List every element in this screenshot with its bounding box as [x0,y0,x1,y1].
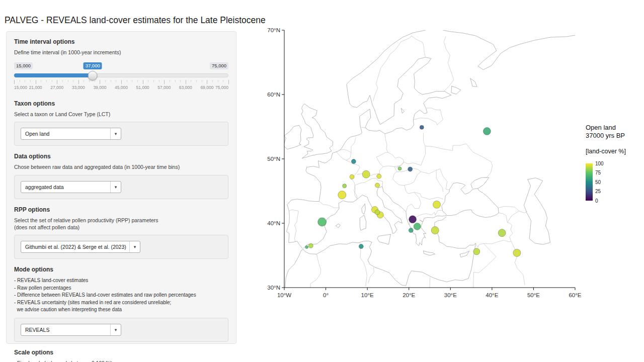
mode-select[interactable]: REVEALS ▾ [21,324,121,336]
slider-grid-tick [164,80,165,84]
land-cover-map: 30°N40°N50°N60°N70°N10°W0°10°E20°E30°E40… [262,25,594,307]
slider-grid: 15,00021,00027,00033,00039,00045,00051,0… [14,80,228,93]
site-point [305,245,308,248]
y-tick-label: 40°N [267,220,280,226]
rpp-select-value: Githumbi et al. (2022) & Serge et al. (2… [21,244,126,250]
country-border [362,127,367,128]
slider-grid-tick [84,80,84,82]
coastline [470,78,477,87]
mode-option-line: - Difference between REVEALS land-cover … [14,292,228,299]
site-point [498,229,506,237]
legend-title-line1: Open land [586,124,642,132]
country-border [406,193,421,212]
site-point [351,159,356,164]
data-well: aggregated data ▾ [14,175,228,199]
site-point [414,223,421,230]
taxon-select[interactable]: Open land ▾ [21,128,121,140]
slider-grid-tick [116,80,116,82]
chevron-down-icon: ▾ [129,241,140,252]
x-tick-label: 10°W [277,292,291,298]
y-tick-label: 30°N [267,285,280,291]
slider-grid-tick [121,80,122,84]
slider-grid-label: 21,000 [29,85,42,90]
site-point [375,210,380,215]
taxon-label: Select a taxon or Land Cover Type (LCT) [14,111,228,118]
coastline [362,204,366,215]
slider-grid-tick [127,80,127,82]
data-select[interactable]: aggregated data ▾ [21,181,121,193]
coastline [471,177,489,189]
coastline [424,251,435,255]
time-interval-heading: Time interval options [14,38,228,45]
mode-option-line: - REVEALS land-cover estimates [14,277,228,285]
slider-grid-label: 63,000 [179,85,192,90]
y-tick-label: 70°N [267,27,280,33]
chevron-down-icon: ▾ [110,128,121,139]
slider-handle[interactable] [88,71,98,80]
slider-grid-tick [73,80,73,82]
mode-section: Mode options - REVEALS land-cover estima… [14,266,228,342]
site-point [350,174,354,179]
slider-grid-tick [191,80,191,82]
coastline [287,30,451,249]
rpp-label-line1: Select the set of relative pollen produc… [14,217,228,224]
country-border [360,243,367,287]
slider-track[interactable] [14,71,228,79]
slider-grid-tick [218,80,218,82]
coastline [524,178,550,244]
scale-option-lines: - Fixed scale (color scale between 0-100… [14,360,228,362]
country-border [412,36,426,57]
site-point [359,244,363,249]
slider-grid-tick [196,80,197,82]
x-tick-label: 10°E [361,292,374,298]
slider-grid-tick [180,80,181,82]
taxon-select-value: Open land [21,131,49,137]
slider-grid-label: 33,000 [72,85,85,90]
x-tick-label: 0° [323,292,329,298]
slider-grid-tick [100,80,100,84]
country-border [425,144,493,177]
taxon-heading: Taxon options [14,100,228,107]
site-point [409,228,413,233]
country-border [444,36,454,90]
data-heading: Data options [14,153,228,160]
data-select-value: aggregated data [21,184,63,190]
time-interval-label: Define time interval (in 1000-year incre… [14,49,228,56]
x-tick-label: 40°E [486,292,498,298]
slider-grid-label: 75,000 [215,85,228,90]
mode-option-line: - Raw pollen percentages [14,285,228,292]
slider-track-fill [14,73,93,77]
coastline [460,251,469,257]
rpp-select[interactable]: Githumbi et al. (2022) & Serge et al. (2… [21,241,140,253]
taxon-well: Open land ▾ [14,122,228,146]
country-border [373,36,412,101]
slider-grid-tick [14,80,15,84]
legend-tick-label: 75 [595,170,601,175]
rpp-section: RPP options Select the set of relative p… [14,206,228,259]
country-border [351,138,356,152]
page-title: PALVEG - REVEALS land-cover estimates fo… [5,15,266,26]
site-point [431,227,439,234]
coastline [451,86,461,94]
coastline [301,104,333,158]
slider-grid-label: 69,000 [200,85,213,90]
slider-grid-tick [95,80,95,82]
mode-select-value: REVEALS [21,327,49,333]
map-layers [283,30,575,288]
slider-grid-tick [62,80,63,82]
site-point [375,183,380,188]
slider-grid-tick [207,80,207,84]
data-section: Data options Chose between raw data and … [14,153,228,199]
chevron-down-icon: ▾ [110,182,121,193]
legend-colorbar-group: 1007550250 [586,163,642,201]
coastline [401,109,404,114]
rpp-well: Githumbi et al. (2022) & Serge et al. (2… [14,235,228,259]
slider-labels: 15,000 37,000 75,000 [14,62,228,70]
slider-grid-label: 57,000 [157,85,171,90]
country-border [437,110,443,125]
country-border [511,241,525,285]
slider-grid-label: 39,000 [93,85,106,90]
slider-grid-tick [159,80,159,82]
slider-grid-tick [68,80,68,82]
map-legend: Open land 37000 yrs BP [land-cover %] 10… [586,124,642,201]
